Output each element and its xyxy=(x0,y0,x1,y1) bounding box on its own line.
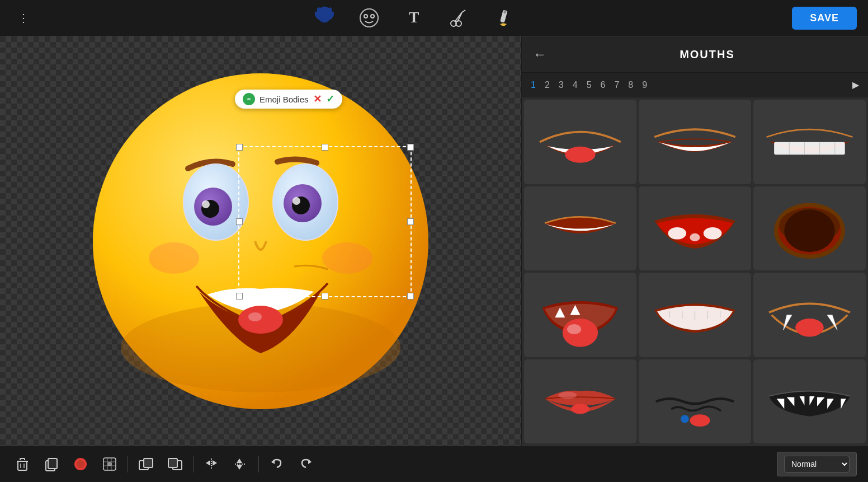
resize-handle-tl[interactable] xyxy=(236,144,243,151)
svg-point-30 xyxy=(149,242,199,274)
texture-button[interactable] xyxy=(98,453,121,475)
svg-point-43 xyxy=(795,319,824,337)
mouth-option-3[interactable] xyxy=(753,100,866,184)
panel-header: ← MOUTHS xyxy=(522,36,868,73)
mouth-option-11[interactable] xyxy=(639,359,751,444)
flip-h-button[interactable] xyxy=(200,453,223,475)
flip-h-icon xyxy=(204,456,219,472)
mouth-option-9[interactable] xyxy=(753,273,866,357)
face-icon xyxy=(357,6,381,30)
text-icon: T xyxy=(402,6,426,30)
svg-point-8 xyxy=(360,9,378,27)
resize-handle-tm[interactable] xyxy=(322,144,328,151)
page-8[interactable]: 8 xyxy=(628,80,633,90)
mouth-6-svg xyxy=(759,190,860,266)
copy-icon xyxy=(44,456,59,472)
svg-point-57 xyxy=(107,462,112,466)
page-9[interactable]: 9 xyxy=(642,80,647,90)
blend-mode-selector[interactable]: Normal Multiply Screen Overlay Darken Li… xyxy=(777,452,857,476)
svg-point-41 xyxy=(563,319,598,347)
svg-point-35 xyxy=(704,227,722,240)
hair-tool-button[interactable] xyxy=(310,4,338,32)
redo-button[interactable] xyxy=(295,453,317,475)
layer-back-button[interactable] xyxy=(164,453,186,475)
resize-handle-mr[interactable] xyxy=(407,218,414,225)
page-2[interactable]: 2 xyxy=(545,80,550,90)
svg-marker-63 xyxy=(206,460,210,466)
copy-button[interactable] xyxy=(40,453,63,475)
mouth-4-svg xyxy=(530,190,631,266)
canvas-area[interactable]: Emoji Bodies ✕ ✓ xyxy=(0,36,521,446)
blend-mode-dropdown[interactable]: Normal Multiply Screen Overlay Darken Li… xyxy=(784,456,850,472)
svg-point-26 xyxy=(202,200,210,208)
brush-icon xyxy=(491,6,516,30)
resize-handle-bm[interactable] xyxy=(322,293,328,300)
color-button[interactable] xyxy=(69,453,92,475)
mouth-option-4[interactable] xyxy=(524,186,636,271)
mouth-10-svg xyxy=(530,363,631,439)
bottom-toolbar: Normal Multiply Screen Overlay Darken Li… xyxy=(0,446,868,482)
mouth-option-8[interactable] xyxy=(639,273,751,357)
confirm-layer-button[interactable]: ✓ xyxy=(326,93,334,105)
undo-button[interactable] xyxy=(266,453,288,475)
svg-rect-59 xyxy=(144,458,153,467)
cancel-layer-button[interactable]: ✕ xyxy=(313,93,322,105)
svg-point-7 xyxy=(371,15,374,18)
panel-title: MOUTHS xyxy=(558,48,857,61)
page-4[interactable]: 4 xyxy=(573,80,578,90)
flip-v-icon xyxy=(233,456,248,472)
mouth-option-12[interactable] xyxy=(753,359,866,444)
resize-handle-tr[interactable] xyxy=(407,144,414,151)
svg-rect-33 xyxy=(774,142,845,155)
brush-tool-button[interactable] xyxy=(489,4,517,32)
back-button[interactable]: ← xyxy=(533,46,546,62)
svg-point-34 xyxy=(668,227,687,240)
mouth-option-1[interactable] xyxy=(524,100,636,184)
resize-handle-bl[interactable] xyxy=(236,293,243,300)
resize-handle-ml[interactable] xyxy=(236,218,243,225)
mouth-5-svg xyxy=(644,190,746,266)
left-tools: ⋮ xyxy=(11,6,36,30)
svg-point-6 xyxy=(364,15,367,18)
svg-text:T: T xyxy=(409,8,419,26)
page-7[interactable]: 7 xyxy=(614,80,619,90)
svg-line-14 xyxy=(462,10,465,12)
face-tool-button[interactable] xyxy=(355,4,383,32)
mouth-11-svg xyxy=(644,363,746,439)
layer-back-icon xyxy=(167,456,183,472)
page-6[interactable]: 6 xyxy=(601,80,606,90)
layer-circle-icon xyxy=(244,95,253,104)
menu-button[interactable]: ⋮ xyxy=(11,6,36,30)
delete-button[interactable] xyxy=(11,453,34,475)
flip-v-button[interactable] xyxy=(229,453,252,475)
svg-marker-64 xyxy=(213,460,217,466)
save-button[interactable]: SAVE xyxy=(792,7,857,30)
svg-rect-15 xyxy=(500,10,507,22)
svg-marker-68 xyxy=(271,460,275,464)
text-tool-button[interactable]: T xyxy=(400,4,428,32)
svg-point-29 xyxy=(248,312,262,321)
page-5[interactable]: 5 xyxy=(587,80,592,90)
page-1[interactable]: 1 xyxy=(531,80,536,90)
resize-handle-br[interactable] xyxy=(407,293,414,300)
svg-point-32 xyxy=(565,146,595,162)
mouth-option-10[interactable] xyxy=(524,359,636,444)
emoji-container[interactable] xyxy=(87,68,434,415)
svg-rect-48 xyxy=(18,461,27,470)
svg-point-44 xyxy=(571,404,589,414)
mouth-option-6[interactable] xyxy=(753,186,866,271)
cut-tool-button[interactable] xyxy=(445,4,473,32)
next-page-button[interactable]: ▶ xyxy=(852,79,859,90)
mouth-option-5[interactable] xyxy=(639,186,751,271)
main-area: Emoji Bodies ✕ ✓ xyxy=(0,36,868,446)
svg-point-46 xyxy=(681,415,688,423)
layer-icon xyxy=(243,93,255,105)
selection-box[interactable] xyxy=(238,146,412,297)
layer-forward-icon xyxy=(138,456,154,472)
mouth-option-7[interactable] xyxy=(524,273,636,357)
redo-icon xyxy=(298,456,314,472)
layer-forward-button[interactable] xyxy=(135,453,157,475)
right-panel: ← MOUTHS 1 2 3 4 5 6 7 8 9 ▶ xyxy=(521,36,868,446)
mouth-option-2[interactable] xyxy=(639,100,751,184)
page-3[interactable]: 3 xyxy=(559,80,564,90)
